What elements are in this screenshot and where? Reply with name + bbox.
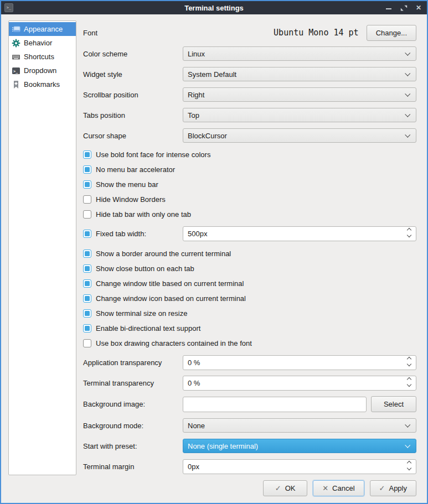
checkbox-show-menubar[interactable]: Show the menu bar	[83, 179, 416, 190]
checkbox-close-button-each-tab[interactable]: Show close button on each tab	[83, 263, 416, 274]
terminal-margin-spinbox[interactable]: 0px	[183, 459, 416, 474]
terminal-transparency-spinbox[interactable]: 0 %	[183, 376, 416, 391]
fixed-tab-width-label: Fixed tab width:	[96, 230, 183, 238]
checkbox-border-current-terminal[interactable]: Show a border around the current termina…	[83, 248, 416, 259]
scrollbar-position-label: Scrollbar position	[83, 91, 183, 99]
sidebar-item-behavior[interactable]: Behavior	[9, 36, 76, 50]
background-mode-value: None	[188, 422, 205, 430]
checkbox-bidirectional-text[interactable]: Enable bi-directional text support	[83, 323, 416, 334]
scrollbar-position-value: Right	[188, 91, 204, 99]
tabs-position-select[interactable]: Top	[183, 108, 416, 122]
checkbox-change-window-icon[interactable]: Change window icon based on current term…	[83, 293, 416, 304]
checkbox-show-terminal-size[interactable]: Show terminal size on resize	[83, 308, 416, 319]
checkbox-icon	[83, 324, 91, 332]
checkbox-hide-window-borders[interactable]: Hide Window Borders	[83, 194, 416, 205]
checkbox-icon	[83, 250, 91, 258]
ok-button[interactable]: ✓ OK	[263, 480, 307, 496]
cursor-shape-value: BlockCursor	[188, 132, 227, 140]
close-icon: ✕	[416, 4, 421, 11]
spin-down-icon	[407, 233, 411, 237]
checkbox-box-drawing-characters[interactable]: Use box drawing characters contained in …	[83, 337, 416, 349]
background-mode-select[interactable]: None	[183, 418, 416, 433]
application-transparency-label: Application transparency	[83, 358, 183, 367]
checkbox-label: Show the menu bar	[96, 180, 158, 189]
spinner-buttons[interactable]	[408, 357, 411, 366]
check-icon: ✓	[275, 484, 281, 492]
spin-up-icon	[407, 228, 411, 232]
checkbox-icon	[83, 339, 91, 347]
font-value: Ubuntu Mono 14 pt	[274, 28, 359, 38]
spin-up-icon	[407, 357, 411, 361]
checkbox-label: Hide Window Borders	[96, 195, 166, 204]
terminal-margin-label: Terminal margin	[83, 463, 183, 471]
apply-button[interactable]: ✓ Apply	[370, 480, 416, 496]
spin-up-icon	[407, 461, 411, 465]
checkbox-icon	[83, 294, 91, 303]
widget-style-value: System Default	[188, 70, 236, 79]
terminal-transparency-label: Terminal transparency	[83, 379, 183, 387]
chevron-down-icon	[405, 132, 410, 138]
terminal-app-icon: >_	[4, 3, 13, 12]
tabs-position-value: Top	[188, 111, 199, 119]
background-image-input-wrap	[183, 397, 367, 412]
checkbox-icon	[83, 210, 91, 219]
spin-down-icon	[407, 466, 411, 470]
checkbox-group-b: Show a border around the current termina…	[83, 248, 416, 349]
checkbox-label: Hide tab bar with only one tab	[96, 210, 191, 219]
checkbox-use-bold-font[interactable]: Use bold font face for intense colors	[83, 149, 416, 160]
chevron-down-icon	[405, 50, 410, 56]
spinner-buttons[interactable]	[408, 461, 411, 470]
sidebar-item-bookmarks[interactable]: Bookmarks	[9, 77, 76, 91]
sidebar-item-label: Shortcuts	[24, 53, 54, 61]
sidebar-item-shortcuts[interactable]: Shortcuts	[9, 50, 76, 64]
checkbox-icon	[83, 150, 91, 159]
background-image-input[interactable]	[183, 397, 366, 412]
checkbox-icon	[83, 165, 91, 174]
checkbox-icon	[83, 309, 91, 318]
checkbox-icon	[83, 195, 91, 204]
close-button[interactable]: ✕	[415, 4, 422, 12]
check-icon: ✓	[379, 484, 385, 492]
spin-down-icon	[407, 362, 411, 366]
window-title: Terminal settings	[1, 4, 427, 12]
chevron-down-icon	[405, 91, 410, 97]
cursor-shape-select[interactable]: BlockCursor	[183, 128, 416, 143]
widget-style-select[interactable]: System Default	[183, 67, 416, 81]
sidebar-item-label: Appearance	[24, 25, 63, 33]
dialog-footer: ✓ OK ✕ Cancel ✓ Apply	[263, 480, 416, 496]
spin-down-icon	[407, 382, 411, 387]
sidebar-item-dropdown[interactable]: >_ Dropdown	[9, 64, 76, 77]
start-with-preset-value: None (single terminal)	[188, 442, 258, 450]
application-transparency-spinbox[interactable]: 0 %	[183, 355, 416, 370]
color-scheme-label: Color scheme	[83, 50, 183, 58]
tabs-position-label: Tabs position	[83, 111, 183, 119]
checkbox-label: Enable bi-directional text support	[96, 324, 200, 332]
spinner-buttons[interactable]	[408, 378, 411, 386]
font-change-button[interactable]: Change...	[367, 25, 416, 41]
minimize-button[interactable]	[385, 4, 393, 12]
spinner-buttons[interactable]	[408, 228, 411, 237]
color-scheme-select[interactable]: Linux	[183, 46, 416, 61]
fixed-tab-width-checkbox[interactable]	[83, 230, 91, 238]
font-label: Font	[83, 29, 183, 37]
sidebar-item-appearance[interactable]: Appearance	[9, 22, 76, 36]
widget-style-label: Widget style	[83, 70, 183, 79]
checkbox-no-menubar-accelerator[interactable]: No menu bar accelerator	[83, 164, 416, 175]
chevron-down-icon	[405, 112, 410, 117]
checkbox-label: Use bold font face for intense colors	[96, 150, 210, 159]
settings-category-list: Appearance Behavior	[8, 20, 76, 475]
background-image-select-button[interactable]: Select	[371, 396, 416, 412]
fixed-tab-width-spinbox[interactable]: 500px	[183, 226, 416, 241]
checkbox-label: Use box drawing characters contained in …	[96, 339, 252, 347]
bookmarks-icon	[12, 80, 20, 89]
checkbox-change-window-title[interactable]: Change window title based on current ter…	[83, 278, 416, 289]
chevron-down-icon	[405, 443, 410, 448]
scrollbar-position-select[interactable]: Right	[183, 87, 416, 102]
start-with-preset-select[interactable]: None (single terminal)	[183, 439, 416, 453]
titlebar[interactable]: >_ Terminal settings ✕	[1, 1, 427, 14]
cancel-button[interactable]: ✕ Cancel	[313, 480, 364, 496]
checkbox-label: Show close button on each tab	[96, 264, 194, 273]
checkbox-hide-tabbar-one-tab[interactable]: Hide tab bar with only one tab	[83, 209, 416, 220]
chevron-down-icon	[405, 71, 410, 76]
restore-button[interactable]	[400, 4, 408, 12]
